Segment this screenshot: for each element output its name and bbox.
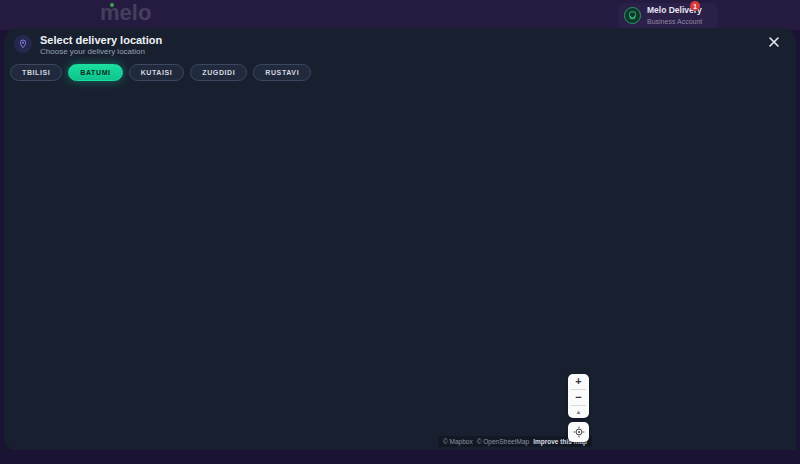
account-type: Business Account xyxy=(647,18,702,25)
pitch-toggle-button[interactable]: ▲ xyxy=(568,406,589,418)
melo-logo: melo xyxy=(100,0,151,26)
account-menu[interactable]: Melo Delivery Business Account 1 xyxy=(618,3,718,29)
close-button[interactable] xyxy=(766,34,782,50)
mapbox-attribution-link[interactable]: © Mapbox xyxy=(443,438,473,445)
zoom-in-button[interactable]: + xyxy=(568,374,589,389)
chip-zugdidi[interactable]: ZUGDIDI xyxy=(190,64,247,81)
chip-kutaisi[interactable]: KUTAISI xyxy=(129,64,185,81)
delivery-location-panel: Select delivery location Choose your del… xyxy=(4,28,796,450)
app-root: { "header": { "logo": "melo", "account":… xyxy=(0,0,800,464)
page-title: Select delivery location xyxy=(40,34,162,46)
page-subtitle: Choose your delivery location xyxy=(40,47,145,56)
top-header: melo Melo Delivery Business Account 1 xyxy=(0,0,800,30)
logo-leaf-icon xyxy=(110,3,114,7)
city-filter-chips: TBILISIBATUMIKUTAISIZUGDIDIRUSTAVI xyxy=(10,64,311,81)
notification-badge: 1 xyxy=(690,1,700,11)
location-pin-icon xyxy=(14,35,32,53)
map-zoom-control: + − ▲ xyxy=(568,374,589,418)
chip-tbilisi[interactable]: TBILISI xyxy=(10,64,62,81)
zoom-out-button[interactable]: − xyxy=(568,390,589,405)
osm-attribution-link[interactable]: © OpenStreetMap xyxy=(477,438,529,445)
chip-batumi[interactable]: BATUMI xyxy=(68,64,122,81)
chip-rustavi[interactable]: RUSTAVI xyxy=(253,64,311,81)
store-icon xyxy=(624,7,641,24)
geolocate-button[interactable] xyxy=(568,422,589,442)
